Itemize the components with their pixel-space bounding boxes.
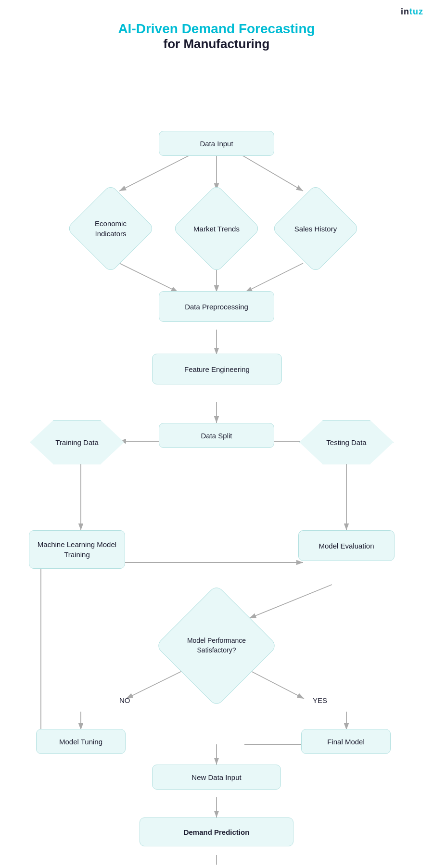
ml-model-training-label: Machine Learning Model Training [37,539,117,560]
model-evaluation-box: Model Evaluation [298,530,395,561]
demand-prediction-box: Demand Prediction [140,817,293,846]
logo-tuz: tuz [409,7,423,16]
market-trends-diamond [172,184,261,273]
economic-indicators-wrap: Economic Indicators [63,190,159,267]
title-section: AI-Driven Demand Forecasting for Manufac… [0,0,433,56]
data-input-label: Data Input [200,139,233,149]
new-data-input-label: New Data Input [191,772,241,782]
ml-model-training-box: Machine Learning Model Training [29,530,125,569]
sales-history-wrap: Sales History [267,190,364,267]
logo: intuz [401,7,423,17]
data-split-label: Data Split [201,431,232,441]
title-line2: for Manufacturing [0,37,433,51]
demand-prediction-label: Demand Prediction [184,827,250,837]
model-evaluation-label: Model Evaluation [318,541,374,551]
data-preprocessing-label: Data Preprocessing [185,302,248,312]
data-preprocessing-box: Data Preprocessing [159,291,274,322]
new-data-input-box: New Data Input [152,765,281,790]
feature-engineering-box: Feature Engineering [152,354,282,384]
model-performance-label: Model Performance Satisfactory? [176,636,257,655]
logo-in: in [401,7,409,16]
economic-indicators-diamond [66,184,155,273]
training-data-wrap: Training Data [29,418,125,466]
no-label: NO [119,696,130,704]
yes-label: YES [313,696,327,704]
sales-history-diamond [271,184,360,273]
model-tuning-label: Model Tuning [59,737,102,747]
flowchart: Data Input Economic Indicators Market Tr… [0,56,433,865]
model-performance-wrap: Model Performance Satisfactory? [149,595,284,696]
market-trends-wrap: Market Trends [172,190,261,267]
testing-data-hex [299,420,394,464]
svg-line-4 [233,150,303,191]
title-line1: AI-Driven Demand Forecasting [0,21,433,37]
testing-data-wrap: Testing Data [298,418,395,466]
feature-engineering-label: Feature Engineering [184,364,250,374]
data-split-box: Data Split [159,423,274,448]
svg-line-2 [119,150,200,191]
svg-line-7 [245,263,303,292]
model-tuning-box: Model Tuning [36,729,126,754]
svg-line-5 [119,263,178,292]
final-model-label: Final Model [327,737,365,747]
training-data-hex [30,420,124,464]
data-input-box: Data Input [159,131,274,156]
final-model-box: Final Model [301,729,391,754]
